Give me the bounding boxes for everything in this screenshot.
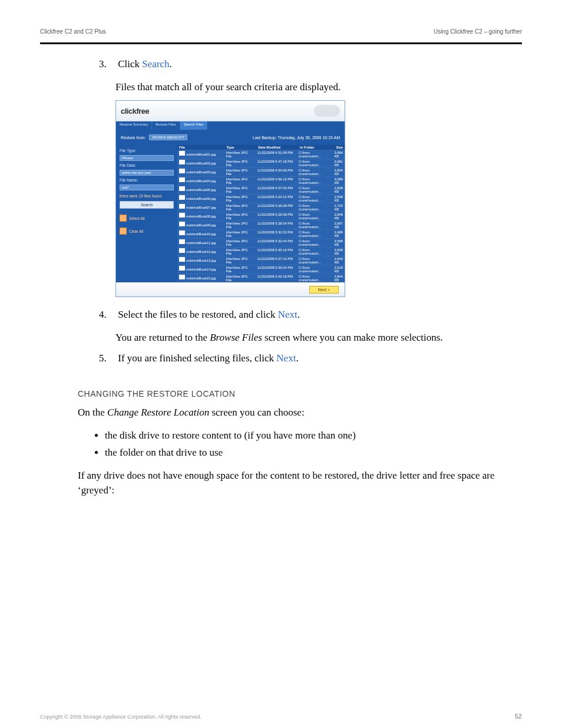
choose-bullets: the disk drive to restore content to (if… <box>105 427 522 460</box>
step-3: 3. Click Search. <box>99 57 522 72</box>
select-all[interactable]: Select All <box>120 215 174 222</box>
header-rule: Clickfree C2 and C2 Plus Using Clickfree… <box>40 27 522 44</box>
app-body: File Type: Photos File Date: within the … <box>116 145 345 282</box>
table-row[interactable]: nukshukBook04.jpgIrfanView JPG File11/22… <box>177 176 345 185</box>
choose-intro: On the Change Restore Location screen yo… <box>78 406 522 420</box>
app-toolbar: Restore from: WORDS-668421977 Last Backu… <box>116 130 345 145</box>
table-row[interactable]: nukshukBook06.jpgIrfanView JPG File11/22… <box>177 194 345 203</box>
col-size[interactable]: Size <box>334 145 345 150</box>
table-row[interactable]: nukshukBook07.jpgIrfanView JPG File11/22… <box>177 203 345 212</box>
cloud-graphic <box>314 105 340 117</box>
table-row[interactable]: nukshukBook01.jpgIrfanView JPG File11/22… <box>177 150 345 159</box>
doc-section: Using Clickfree C2 – going further <box>434 28 522 35</box>
step-4: 4. Select the files to be restored, and … <box>99 308 522 322</box>
file-name-input[interactable]: nuk* <box>120 185 174 190</box>
table-row[interactable]: nukshukBook13.jpgIrfanView JPG File11/22… <box>177 256 345 265</box>
next-link-2: Next <box>276 353 296 364</box>
search-button[interactable]: Search <box>120 201 174 209</box>
app-logo: clickfree <box>121 107 149 116</box>
col-type[interactable]: Type <box>224 145 256 150</box>
results-table: File Type Date Modified In Folder Size n… <box>177 145 345 282</box>
table-row[interactable]: nukshukBook11.jpgIrfanView JPG File11/22… <box>177 238 345 247</box>
step4-result: You are returned to the Browse Files scr… <box>115 331 522 345</box>
subsection-heading: CHANGING THE RESTORE LOCATION <box>78 389 522 398</box>
file-type-select[interactable]: Photos <box>120 155 174 161</box>
step-list-3: 5. If you are finished selecting files, … <box>99 351 522 366</box>
step-text: Select the files to be restored, and cli… <box>118 309 277 320</box>
table-row[interactable]: nukshukBook02.jpgIrfanView JPG File11/22… <box>177 159 345 167</box>
step3-result: Files that match all of your search crit… <box>115 80 522 95</box>
bullet-folder: the folder on that drive to use <box>105 444 522 460</box>
table-row[interactable]: nukshukBook10.jpgIrfanView JPG File11/22… <box>177 229 345 238</box>
page: Clickfree C2 and C2 Plus Using Clickfree… <box>0 0 562 728</box>
clear-all-icon <box>120 228 127 235</box>
app-footer: Next > <box>116 282 345 297</box>
doc-title: Clickfree C2 and C2 Plus <box>40 28 106 35</box>
file-date-label: File Date: <box>120 163 174 167</box>
tab-search-files[interactable]: Search Files <box>180 121 207 130</box>
next-link: Next <box>278 309 297 320</box>
col-file[interactable]: File <box>177 145 224 150</box>
body-text: On the Change Restore Location screen yo… <box>78 406 522 420</box>
table-header: File Type Date Modified In Folder Size <box>177 145 345 150</box>
last-backup-label: Last Backup: Thursday, July 30, 2009 10:… <box>253 136 340 140</box>
select-all-icon <box>120 215 127 222</box>
table-row[interactable]: nukshukBook03.jpgIrfanView JPG File11/22… <box>177 167 345 176</box>
file-type-label: File Type: <box>120 149 174 153</box>
search-link: Search <box>142 58 169 70</box>
change-restore-screen: Change Restore Location <box>107 407 209 418</box>
table-row[interactable]: nukshukBook09.jpgIrfanView JPG File11/22… <box>177 220 345 229</box>
step-number: 4. <box>99 308 115 322</box>
step-number: 5. <box>99 351 115 366</box>
table-row[interactable]: nukshukBook12.jpgIrfanView JPG File11/22… <box>177 247 345 256</box>
table-row[interactable]: nukshukBook08.jpgIrfanView JPG File11/22… <box>177 212 345 220</box>
step-list-2: 4. Select the files to be restored, and … <box>99 308 522 322</box>
col-date[interactable]: Date Modified <box>256 145 298 150</box>
col-folder[interactable]: In Folder <box>298 145 334 150</box>
result-count: there were 15 files found. <box>120 194 174 199</box>
clear-all[interactable]: Clear All <box>120 228 174 235</box>
table-row[interactable]: nukshukBook14.jpgIrfanView JPG File11/22… <box>177 265 345 274</box>
app-tabs: Restore Summary Browse Files Search File… <box>116 121 345 130</box>
tab-browse-files[interactable]: Browse Files <box>152 121 180 130</box>
greyed-note: If any drive does not have enough space … <box>78 469 522 498</box>
step-list: 3. Click Search. <box>99 57 522 72</box>
app-titlebar: clickfree <box>116 101 345 121</box>
file-name-label: File Name: <box>120 178 174 182</box>
step-5: 5. If you are finished selecting files, … <box>99 351 522 366</box>
bullet-drive: the disk drive to restore content to (if… <box>105 427 522 443</box>
search-sidebar: File Type: Photos File Date: within the … <box>116 145 177 282</box>
table-row[interactable]: nukshukBook05.jpgIrfanView JPG File11/22… <box>177 185 345 194</box>
restore-from-select[interactable]: WORDS-668421977 <box>149 134 187 140</box>
page-number: 52 <box>515 713 522 720</box>
step-text: If you are finished selecting files, cli… <box>118 353 276 364</box>
copyright: Copyright © 2009 Storage Appliance Corpo… <box>40 714 201 720</box>
restore-from-label: Restore from: <box>121 136 146 140</box>
browse-files-screen: Browse Files <box>210 332 262 343</box>
table-row[interactable]: nukshukBook15.jpgIrfanView JPG File11/22… <box>177 274 345 282</box>
step-text: Click <box>118 58 142 70</box>
app-screenshot: clickfree Restore Summary Browse Files S… <box>115 100 345 297</box>
tab-restore-summary[interactable]: Restore Summary <box>116 121 152 130</box>
next-button[interactable]: Next > <box>309 286 339 294</box>
file-date-select[interactable]: within the last year <box>120 170 174 176</box>
step-number: 3. <box>99 57 115 72</box>
